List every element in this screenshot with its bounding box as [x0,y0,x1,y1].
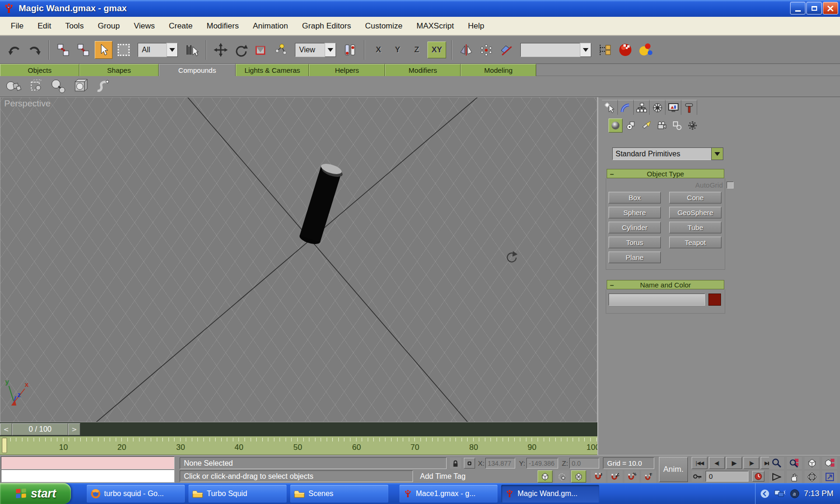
connect-compound-icon[interactable] [49,77,67,95]
teapot-button[interactable]: Teapot [669,237,721,248]
morph-compound-icon[interactable] [5,77,22,95]
category-lights-icon[interactable] [639,119,653,133]
track-bar[interactable]: 10 20 30 40 50 60 70 80 90 100 [0,436,597,455]
dropdown-arrow-icon[interactable] [580,43,591,57]
hide-icons-chevron-icon[interactable] [760,489,770,498]
undo-icon[interactable] [6,41,23,59]
menu-group[interactable]: Group [91,17,126,35]
menu-tools[interactable]: Tools [58,17,91,35]
x-coordinate-field[interactable]: 134.877 [485,458,515,469]
minimize-button[interactable] [790,2,805,14]
tab-helpers[interactable]: Helpers [309,64,385,76]
start-button[interactable]: start [0,483,71,504]
current-frame-field[interactable]: 0 [706,471,749,482]
close-button[interactable]: × [823,2,838,14]
wand-cylinder-object[interactable] [298,162,343,246]
cylinder-button[interactable]: Cylinder [609,222,661,233]
scatter-compound-icon[interactable] [27,77,45,95]
key-mode-toggle[interactable] [692,471,703,482]
loft-compound-icon[interactable] [94,77,112,95]
taskbar-item-browser[interactable]: turbo squid - Go... [87,485,185,503]
select-and-link-icon[interactable] [55,41,72,59]
tab-objects[interactable]: Objects [0,64,79,76]
restrict-z-button[interactable]: Z [408,42,425,58]
min-max-toggle-button[interactable] [822,471,837,483]
category-shapes-icon[interactable] [624,119,638,133]
tab-modify-icon[interactable] [618,100,634,115]
plane-button[interactable]: Plane [609,252,661,263]
tab-shapes[interactable]: Shapes [79,64,159,76]
object-type-rollout-header[interactable]: – Object Type [607,169,724,178]
tab-modeling[interactable]: Modeling [461,64,536,76]
menu-edit[interactable]: Edit [30,17,58,35]
select-and-rotate-icon[interactable] [232,41,250,59]
taskbar-clock[interactable]: 7:13 PM [804,489,833,498]
category-helpers-icon[interactable] [670,119,684,133]
select-and-move-icon[interactable] [212,41,230,59]
array-icon[interactable] [477,41,495,59]
dropdown-arrow-icon[interactable] [325,43,336,57]
sphere-button[interactable]: Sphere [609,207,661,218]
select-and-manipulate-icon[interactable] [272,41,290,59]
object-name-input[interactable] [609,294,705,306]
autogrid-checkbox[interactable] [727,182,734,189]
menu-file[interactable]: File [4,17,30,35]
menu-animation[interactable]: Animation [246,17,295,35]
menu-customize[interactable]: Customize [358,17,409,35]
restrict-x-button[interactable]: X [370,42,387,58]
material-editor-icon[interactable] [616,41,634,59]
time-slider-track[interactable]: < 0 / 100 > [0,422,597,436]
menu-help[interactable]: Help [461,17,491,35]
degradation-override-button[interactable] [538,470,553,483]
dropdown-arrow-icon[interactable] [711,147,723,160]
application-tray-icon[interactable]: a [790,489,799,498]
track-view-icon[interactable] [596,41,614,59]
zoom-extents-button[interactable] [805,457,819,469]
category-cameras-icon[interactable] [655,119,669,133]
time-slider-handle[interactable]: 0 / 100 [12,423,68,435]
dropdown-arrow-icon[interactable] [167,43,178,57]
category-geometry-icon[interactable] [609,119,623,133]
zoom-button[interactable] [769,457,784,469]
named-selection-sets-dropdown[interactable] [520,43,591,57]
maximize-button[interactable] [806,2,822,14]
network-tray-icon[interactable] [774,490,785,498]
tab-hierarchy-icon[interactable] [634,100,650,115]
maxscript-listener-pink[interactable] [1,456,175,469]
render-icon[interactable] [637,41,654,59]
zoom-all-button[interactable] [787,457,802,469]
mirror-icon[interactable] [457,41,475,59]
perspective-viewport[interactable]: Perspective y x z [0,97,597,422]
taskbar-item-mace1-gmax[interactable]: Mace1.gmax - g... [399,485,497,503]
z-coordinate-field[interactable]: 0.0 [569,458,599,469]
animate-mode-button[interactable]: Anim. [659,457,688,482]
taskbar-item-folder-scenes[interactable]: Scenes [290,485,388,503]
restrict-xy-plane-button[interactable]: XY [427,42,446,58]
cone-button[interactable]: Cone [669,192,721,203]
redo-icon[interactable] [26,41,43,59]
crossing-window-toggle[interactable] [571,470,586,483]
zoom-extents-all-button[interactable] [822,457,837,469]
select-by-name-icon[interactable] [183,41,201,59]
menu-views[interactable]: Views [127,17,162,35]
boolean-compound-icon[interactable] [72,77,90,95]
box-button[interactable]: Box [609,192,661,203]
menu-maxscript[interactable]: MAXScript [410,17,461,35]
restrict-y-button[interactable]: Y [389,42,406,58]
rectangular-selection-region-icon[interactable] [115,41,133,59]
maxscript-listener-white[interactable] [1,469,175,483]
object-color-swatch[interactable] [708,294,721,306]
select-object-button[interactable] [95,41,112,59]
category-systems-icon[interactable] [686,119,700,133]
tab-display-icon[interactable] [665,100,681,115]
time-configuration-button[interactable] [752,471,764,482]
tab-create-icon[interactable] [602,100,618,115]
add-time-tag-button[interactable]: Add Time Tag [420,472,466,481]
reference-coordinate-dropdown[interactable]: View [295,43,336,57]
selection-lock-button[interactable] [450,458,461,469]
torus-button[interactable]: Torus [609,237,661,248]
tube-button[interactable]: Tube [669,222,721,233]
selection-brackets-button[interactable] [554,470,569,483]
pan-hand-button[interactable] [787,471,802,483]
go-to-start-button[interactable]: |◀◀ [692,457,707,469]
